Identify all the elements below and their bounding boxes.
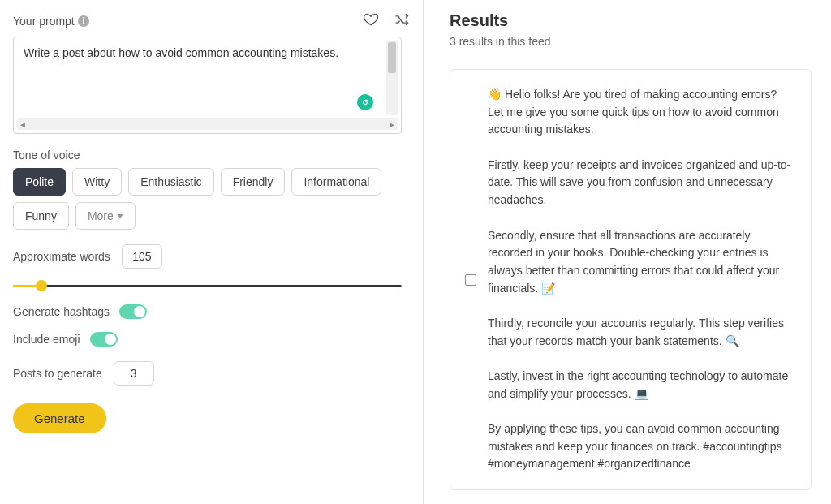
tone-witty[interactable]: Witty xyxy=(72,168,122,196)
tone-polite[interactable]: Polite xyxy=(13,168,66,196)
grammarly-icon[interactable] xyxy=(357,94,373,110)
tone-funny[interactable]: Funny xyxy=(13,202,69,230)
approx-words-input[interactable] xyxy=(122,244,162,269)
results-subtitle: 3 results in this feed xyxy=(450,35,812,48)
posts-label: Posts to generate xyxy=(13,367,102,380)
chevron-down-icon xyxy=(117,214,123,218)
shuffle-icon[interactable] xyxy=(394,11,410,30)
posts-input[interactable] xyxy=(114,361,154,386)
tone-friendly[interactable]: Friendly xyxy=(221,168,286,196)
approx-words-slider[interactable] xyxy=(13,280,402,291)
results-title: Results xyxy=(450,11,812,30)
tone-informational[interactable]: Informational xyxy=(291,168,381,196)
generate-button[interactable]: Generate xyxy=(13,403,106,433)
prompt-textarea[interactable]: Write a post about how to avoid common a… xyxy=(13,37,402,134)
tone-options: Polite Witty Enthusiastic Friendly Infor… xyxy=(13,168,410,230)
slider-thumb[interactable] xyxy=(36,280,47,291)
tone-label: Tone of voice xyxy=(13,149,410,162)
hashtags-toggle[interactable] xyxy=(119,304,147,319)
tone-more[interactable]: More xyxy=(75,202,136,230)
hashtags-label: Generate hashtags xyxy=(13,305,110,318)
result-card: 👋 Hello folks! Are you tired of making a… xyxy=(450,69,812,490)
emoji-toggle[interactable] xyxy=(90,332,118,347)
emoji-label: Include emoji xyxy=(13,333,80,346)
heart-icon[interactable] xyxy=(363,11,379,30)
result-checkbox[interactable] xyxy=(465,274,476,286)
result-text: 👋 Hello folks! Are you tired of making a… xyxy=(488,86,791,473)
tone-more-label: More xyxy=(88,209,114,222)
tone-enthusiastic[interactable]: Enthusiastic xyxy=(128,168,213,196)
prompt-hscroll[interactable]: ◄► xyxy=(17,118,398,130)
prompt-label: Your prompt xyxy=(13,15,75,28)
info-icon[interactable]: i xyxy=(78,15,89,27)
approx-words-label: Approximate words xyxy=(13,250,110,263)
prompt-vscroll[interactable] xyxy=(386,41,398,115)
prompt-text: Write a post about how to avoid common a… xyxy=(24,45,391,62)
